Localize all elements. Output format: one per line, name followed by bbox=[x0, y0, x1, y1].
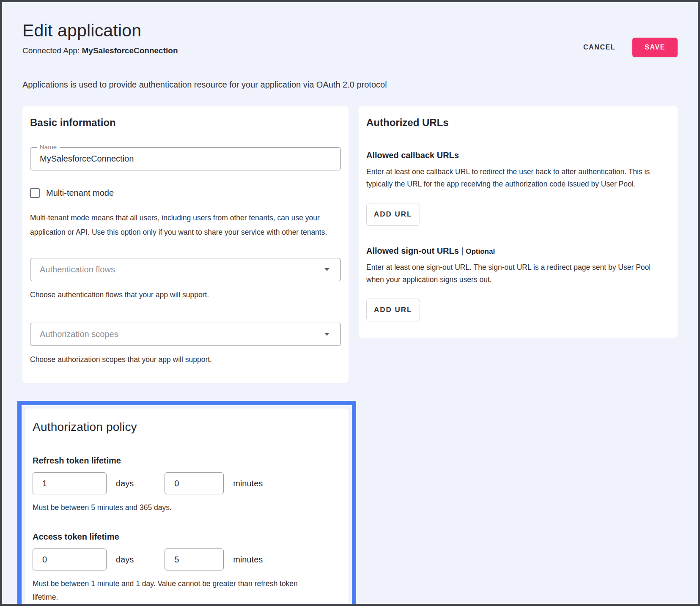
allowed-callback-urls-description: Enter at least one callback URL to redir… bbox=[366, 166, 670, 190]
basic-information-card: Basic information Name Multi-tenant mode… bbox=[22, 106, 349, 383]
refresh-token-minutes-input[interactable] bbox=[165, 472, 224, 494]
page-header-left: Edit application Connected App: MySalesf… bbox=[22, 21, 178, 55]
refresh-token-minutes-unit: minutes bbox=[233, 479, 263, 488]
authorized-urls-heading: Authorized URLs bbox=[366, 117, 670, 129]
multi-tenant-label: Multi-tenant mode bbox=[46, 188, 114, 198]
authentication-flows-placeholder: Authentication flows bbox=[40, 265, 115, 274]
refresh-token-lifetime-row: days minutes bbox=[33, 472, 341, 494]
right-column: Authorized URLs Allowed callback URLs En… bbox=[359, 106, 678, 338]
name-input[interactable] bbox=[40, 154, 331, 164]
access-token-minutes-unit: minutes bbox=[233, 555, 263, 565]
edit-application-page: Edit application Connected App: MySalesf… bbox=[2, 2, 698, 606]
authentication-flows-select[interactable]: Authentication flows bbox=[30, 258, 341, 281]
access-token-minutes-input[interactable] bbox=[165, 548, 224, 570]
access-token-rule: Must be between 1 minute and 1 day. Valu… bbox=[33, 577, 312, 604]
cancel-button[interactable]: CANCEL bbox=[583, 44, 615, 51]
authorization-scopes-select[interactable]: Authorization scopes bbox=[30, 323, 341, 346]
access-token-days-unit: days bbox=[116, 555, 134, 565]
add-callback-url-button[interactable]: ADD URL bbox=[366, 203, 420, 226]
page-header: Edit application Connected App: MySalesf… bbox=[22, 21, 678, 57]
left-column: Basic information Name Multi-tenant mode… bbox=[22, 106, 349, 606]
connected-app-subtitle: Connected App: MySalesforceConnection bbox=[22, 46, 178, 55]
authorization-policy-heading: Authorization policy bbox=[33, 420, 341, 434]
chevron-down-icon bbox=[324, 268, 329, 271]
refresh-token-days-unit: days bbox=[116, 479, 134, 488]
add-signout-url-button[interactable]: ADD URL bbox=[366, 299, 420, 321]
refresh-token-rule: Must be between 5 minutes and 365 days. bbox=[33, 501, 341, 514]
multi-tenant-checkbox[interactable] bbox=[30, 188, 40, 198]
optional-label: Optional bbox=[466, 247, 495, 255]
header-actions: CANCEL SAVE bbox=[583, 38, 678, 57]
allowed-signout-urls-description: Enter at least one sign-out URL. The sig… bbox=[366, 261, 670, 286]
authorization-policy-highlight: Authorization policy Refresh token lifet… bbox=[17, 401, 356, 606]
page-description: Applications is used to provide authenti… bbox=[22, 80, 678, 90]
connected-app-name: MySalesforceConnection bbox=[82, 46, 178, 55]
basic-information-heading: Basic information bbox=[30, 117, 341, 129]
chevron-down-icon bbox=[324, 333, 329, 336]
access-token-days-input[interactable] bbox=[33, 548, 107, 570]
authorization-policy-card: Authorization policy Refresh token lifet… bbox=[25, 409, 349, 606]
authentication-flows-helper: Choose authentication flows that your ap… bbox=[30, 288, 341, 302]
allowed-signout-urls-title: Allowed sign-out URLs | Optional bbox=[366, 246, 670, 256]
optional-separator: | bbox=[461, 246, 463, 255]
authorization-scopes-helper: Choose authorization scopes that your ap… bbox=[30, 353, 341, 366]
connected-app-label: Connected App: bbox=[22, 46, 82, 55]
multi-tenant-description: Multi-tenant mode means that all users, … bbox=[30, 211, 341, 239]
name-field-label: Name bbox=[37, 143, 60, 151]
page-title: Edit application bbox=[22, 21, 178, 41]
refresh-token-days-input[interactable] bbox=[33, 472, 107, 494]
allowed-callback-urls-title: Allowed callback URLs bbox=[366, 151, 670, 160]
allowed-signout-urls-title-text: Allowed sign-out URLs bbox=[366, 246, 459, 255]
access-token-lifetime-label: Access token lifetime bbox=[33, 532, 341, 542]
authorized-urls-card: Authorized URLs Allowed callback URLs En… bbox=[359, 106, 678, 338]
authorization-scopes-placeholder: Authorization scopes bbox=[40, 329, 118, 339]
name-field-wrapper: Name bbox=[30, 147, 341, 170]
save-button[interactable]: SAVE bbox=[632, 38, 678, 57]
access-token-lifetime-row: days minutes bbox=[33, 548, 341, 570]
access-token-group: Access token lifetime days minutes Must … bbox=[33, 532, 341, 604]
content-columns: Basic information Name Multi-tenant mode… bbox=[22, 106, 678, 606]
refresh-token-lifetime-label: Refresh token lifetime bbox=[33, 456, 341, 466]
multi-tenant-row: Multi-tenant mode bbox=[30, 188, 341, 198]
